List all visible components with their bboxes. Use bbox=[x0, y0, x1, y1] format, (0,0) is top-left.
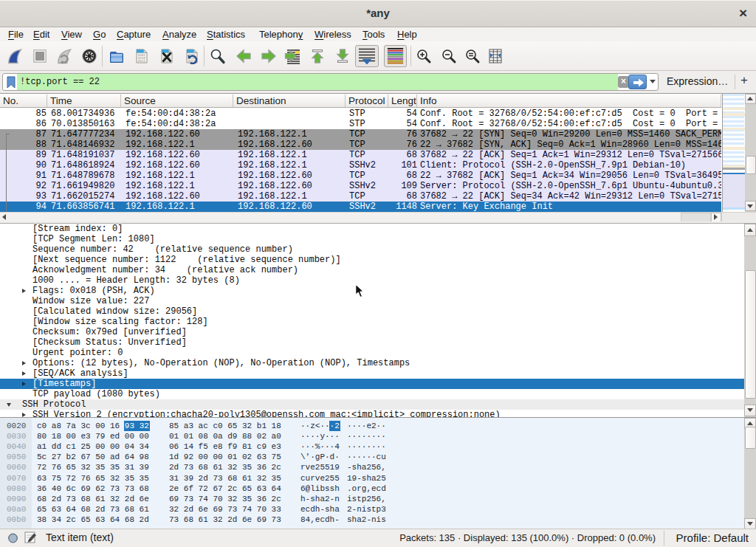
svg-text:0111: 0111 bbox=[138, 59, 145, 63]
